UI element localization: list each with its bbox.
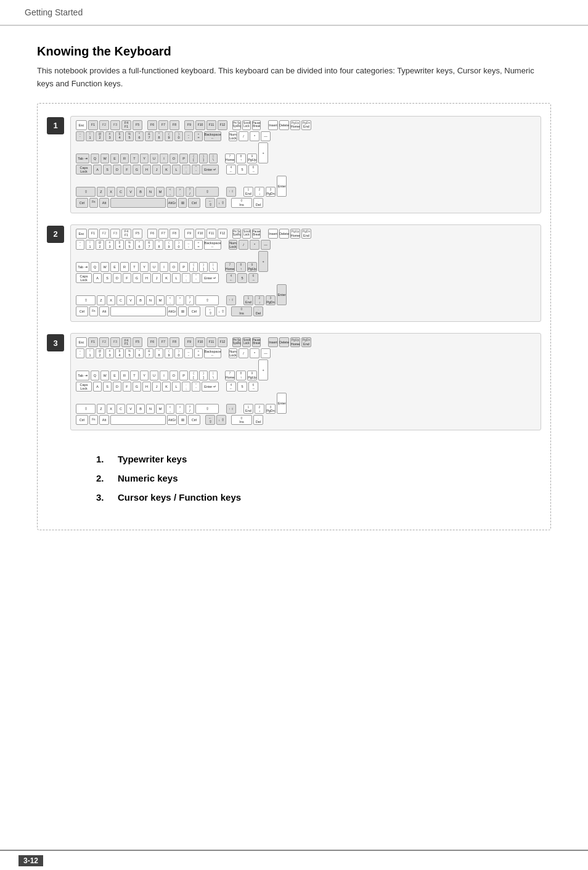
section-num-2: 2 [47,226,64,243]
list-label-1: Typewriter keys [118,454,187,464]
section-description: This notebook provides a full-functioned… [37,65,551,91]
section-num-1: 1 [47,117,64,134]
keyboard-2: 2 Esc F1 F2 F3 F4 F1 F5 F6 F7 F8 F9 F10 … [47,224,541,322]
keyboard-diagram-3: Esc F1 F2 F3 F4 F1 F5 F6 F7 F8 F9 F10 F1… [70,333,541,430]
page-header: Getting Started [0,0,588,26]
page-footer: 3-12 [0,850,588,870]
numbered-list: 1. Typewriter keys 2. Numeric keys 3. Cu… [47,441,541,517]
list-item-3: 3. Cursor keys / Function keys [96,492,517,503]
list-item-1: 1. Typewriter keys [96,454,517,464]
list-num-1: 1. [96,454,112,464]
keyboard-diagram-2: Esc F1 F2 F3 F4 F1 F5 F6 F7 F8 F9 F10 F1… [70,224,541,322]
header-title: Getting Started [25,7,83,17]
list-label-3: Cursor keys / Function keys [118,492,241,503]
keyboard-diagram-1: Esc F1 F2 F3 F4 F1 F5 F6 F7 F8 F9 F10 F1… [70,116,541,213]
list-num-2: 2. [96,473,112,483]
diagram-box: 1 Esc F1 F2 F3 F4 F1 F5 F6 F7 F8 F9 F10 [37,103,551,531]
section-num-3: 3 [47,334,64,351]
main-content: Knowing the Keyboard This notebook provi… [0,26,588,567]
list-item-2: 2. Numeric keys [96,473,517,483]
list-label-2: Numeric keys [118,473,178,483]
page-number: 3-12 [18,855,43,866]
keyboard-1: 1 Esc F1 F2 F3 F4 F1 F5 F6 F7 F8 F9 F10 [47,116,541,213]
list-num-3: 3. [96,492,112,503]
keyboard-3: 3 Esc F1 F2 F3 F4 F1 F5 F6 F7 F8 F9 F10 … [47,333,541,430]
section-title: Knowing the Keyboard [37,44,551,59]
